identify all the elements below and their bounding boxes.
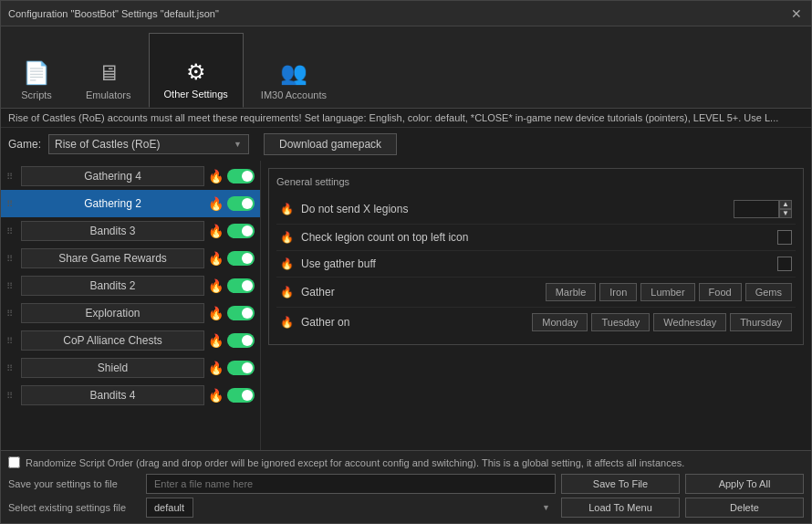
script-name-share[interactable]: Share Game Rewards [21, 248, 204, 268]
script-toggle-1[interactable] [227, 196, 255, 211]
window-title: Configuration "BoostBot" Settings "defau… [8, 8, 219, 19]
legion-count-input[interactable]: 0 [734, 200, 779, 218]
script-name-exploration[interactable]: Exploration [21, 303, 204, 323]
list-item[interactable]: ⠿ Share Game Rewards 🔥 [1, 245, 260, 272]
list-item[interactable]: ⠿ Bandits 4 🔥 [1, 382, 260, 409]
script-name-gathering4[interactable]: Gathering 4 [21, 166, 204, 186]
file-name-input[interactable] [146, 474, 556, 494]
flame-icon: 🔥 [208, 306, 224, 320]
drag-handle-icon: ⠿ [6, 309, 17, 319]
gather-on-label: Gather on [301, 316, 525, 329]
tab-scripts-label: Scripts [21, 89, 52, 100]
gather-marble-button[interactable]: Marble [546, 283, 597, 301]
spinner-down-button[interactable]: ▼ [779, 209, 792, 218]
check-legion-label: Check legion count on top left icon [301, 231, 770, 244]
close-button[interactable]: ✕ [789, 6, 804, 21]
drag-handle-icon: ⠿ [6, 363, 17, 373]
gather-lumber-button[interactable]: Lumber [640, 283, 694, 301]
drag-handle-icon: ⠿ [6, 199, 17, 209]
randomize-label: Randomize Script Order (drag and drop or… [26, 457, 684, 468]
script-name-cop[interactable]: CoP Alliance Chests [21, 330, 204, 351]
list-item[interactable]: ⠿ Bandits 3 🔥 [1, 217, 260, 245]
flame-icon: 🔥 [280, 286, 294, 299]
day-thursday-button[interactable]: Thursday [730, 313, 792, 331]
script-toggle-3[interactable] [227, 251, 255, 266]
setting-check-legion: 🔥 Check legion count on top left icon [276, 225, 796, 251]
gather-label: Gather [301, 286, 538, 299]
drag-handle-icon: ⠿ [6, 281, 17, 291]
do-not-send-label: Do not send X legions [301, 203, 726, 215]
tab-scripts[interactable]: 📄 Scripts [5, 33, 68, 108]
im30-icon: 👥 [280, 60, 307, 86]
script-name-shield[interactable]: Shield [21, 358, 204, 378]
list-item[interactable]: ⠿ CoP Alliance Chests 🔥 [1, 327, 260, 354]
gather-gems-button[interactable]: Gems [745, 283, 792, 301]
randomize-checkbox[interactable] [8, 456, 20, 468]
setting-gather-on: 🔥 Gather on Monday Tuesday Wednesday Thu… [276, 308, 796, 337]
load-to-menu-button[interactable]: Load To Menu [561, 498, 680, 518]
tab-im30-label: IM30 Accounts [261, 89, 327, 100]
right-panel: General settings 🔥 Do not send X legions… [261, 161, 811, 450]
flame-icon: 🔥 [280, 257, 294, 270]
save-to-file-button[interactable]: Save To File [561, 474, 680, 494]
script-toggle-4[interactable] [227, 278, 255, 293]
emulators-icon: 🖥 [98, 60, 120, 86]
tab-other-settings-label: Other Settings [164, 89, 228, 100]
randomize-row: Randomize Script Order (drag and drop or… [8, 456, 804, 468]
save-file-row: Save your settings to file Save To File … [8, 474, 804, 494]
legion-count-spinner: 0 ▲ ▼ [734, 200, 792, 218]
left-panel: ⠿ Gathering 4 🔥 ⠿ Gathering 2 🔥 ⠿ Bandit… [1, 161, 261, 450]
script-name-bandits4[interactable]: Bandits 4 [21, 385, 204, 405]
script-name-bandits2[interactable]: Bandits 2 [21, 276, 204, 296]
spinner-buttons: ▲ ▼ [779, 200, 792, 218]
flame-icon: 🔥 [208, 388, 224, 403]
list-item[interactable]: ⠿ Gathering 2 🔥 [1, 190, 260, 217]
script-toggle-5[interactable] [227, 306, 255, 320]
apply-to-all-button[interactable]: Apply To All [685, 474, 804, 494]
tab-emulators-label: Emulators [86, 89, 131, 100]
tab-im30[interactable]: 👥 IM30 Accounts [245, 33, 342, 108]
flame-icon: 🔥 [208, 196, 224, 211]
drag-handle-icon: ⠿ [6, 254, 17, 264]
flame-icon: 🔥 [208, 333, 224, 348]
list-item[interactable]: ⠿ Bandits 2 🔥 [1, 272, 260, 299]
script-toggle-7[interactable] [227, 361, 255, 375]
day-wednesday-button[interactable]: Wednesday [653, 313, 726, 331]
flame-icon: 🔥 [280, 231, 294, 244]
game-select[interactable]: Rise of Castles (RoE) [48, 134, 249, 154]
game-label: Game: [8, 138, 41, 151]
drag-handle-icon: ⠿ [6, 336, 17, 346]
settings-file-select[interactable]: default [146, 498, 193, 518]
day-tuesday-button[interactable]: Tuesday [591, 313, 650, 331]
main-window: Configuration "BoostBot" Settings "defau… [0, 0, 812, 524]
list-item[interactable]: ⠿ Exploration 🔥 [1, 299, 260, 327]
script-toggle-8[interactable] [227, 388, 255, 403]
save-file-label: Save your settings to file [8, 478, 141, 489]
drag-handle-icon: ⠿ [6, 226, 17, 236]
list-item[interactable]: ⠿ Shield 🔥 [1, 354, 260, 382]
tab-emulators[interactable]: 🖥 Emulators [70, 33, 147, 108]
script-toggle-2[interactable] [227, 224, 255, 238]
main-content: Game: Rise of Castles (RoE) Download gam… [1, 128, 811, 523]
gather-buff-checkbox[interactable] [777, 257, 792, 271]
gather-food-button[interactable]: Food [699, 283, 742, 301]
list-item[interactable]: ⠿ Gathering 4 🔥 [1, 162, 260, 190]
delete-button[interactable]: Delete [685, 498, 804, 518]
drag-handle-icon: ⠿ [6, 172, 17, 182]
info-bar: Rise of Castles (RoE) accounts must all … [1, 109, 811, 128]
script-name-bandits3[interactable]: Bandits 3 [21, 221, 204, 241]
script-toggle-0[interactable] [227, 169, 255, 183]
tab-other-settings[interactable]: ⚙ Other Settings [149, 33, 244, 108]
download-gamepack-button[interactable]: Download gamepack [264, 133, 397, 155]
gather-iron-button[interactable]: Iron [599, 283, 637, 301]
script-name-gathering2[interactable]: Gathering 2 [21, 194, 204, 214]
check-legion-checkbox[interactable] [777, 230, 792, 245]
spinner-up-button[interactable]: ▲ [779, 200, 792, 209]
drag-handle-icon: ⠿ [6, 391, 17, 401]
script-toggle-6[interactable] [227, 333, 255, 348]
flame-icon: 🔥 [208, 169, 224, 183]
scripts-icon: 📄 [23, 60, 50, 86]
day-buttons-group: Monday Tuesday Wednesday Thursday [532, 313, 792, 331]
day-monday-button[interactable]: Monday [532, 313, 588, 331]
flame-icon: 🔥 [208, 278, 224, 293]
